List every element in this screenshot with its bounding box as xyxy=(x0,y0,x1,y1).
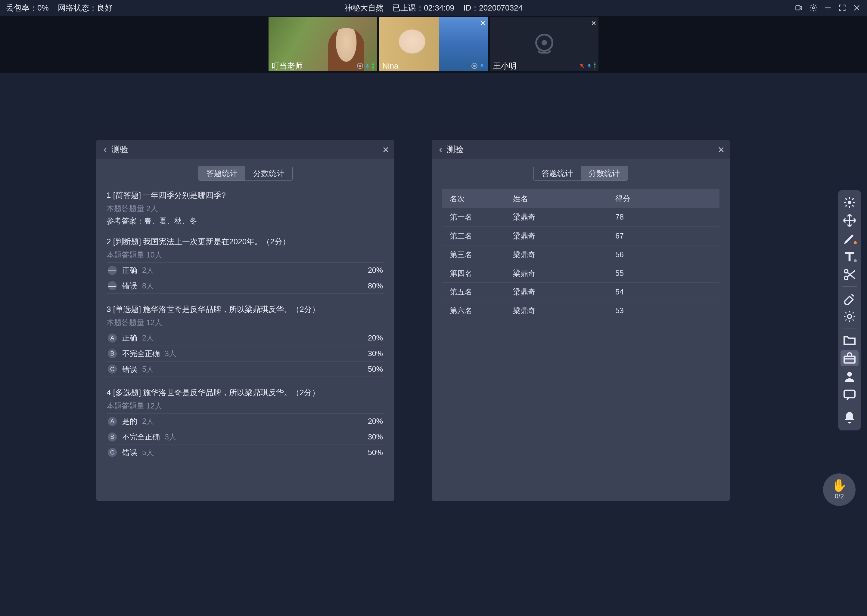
option-count: 8人 xyxy=(142,281,154,291)
settings-icon[interactable] xyxy=(809,4,818,12)
option-percent: 20% xyxy=(368,266,383,275)
option-text: 是的 xyxy=(122,416,137,426)
option-text: 不完全正确 xyxy=(122,349,160,358)
tab-score-stats[interactable]: 分数统计 xyxy=(245,166,292,181)
option-badge: A xyxy=(108,333,117,343)
panel-scroll[interactable]: 答题统计 分数统计 名次 姓名 得分 第一名梁鼎奇78第二名梁鼎奇67第三名梁鼎… xyxy=(432,159,730,501)
bell-icon[interactable] xyxy=(840,410,859,426)
top-right xyxy=(795,4,861,12)
video-tile-student[interactable]: × Nina xyxy=(379,17,488,71)
question-title: 4 [多选题] 施华洛世奇是反华品牌，所以梁鼎琪反华。（2分） xyxy=(107,387,384,399)
option-row: A是的2人20% xyxy=(107,413,384,429)
tile-close-icon[interactable]: × xyxy=(481,18,485,28)
th-name: 姓名 xyxy=(505,189,607,208)
text-tool-icon[interactable] xyxy=(840,248,859,265)
option-percent: 20% xyxy=(368,333,383,342)
cell-rank: 第四名 xyxy=(442,264,505,283)
question-subinfo: 本题答题量 10人 xyxy=(107,250,384,260)
option-badge: — xyxy=(108,281,117,290)
panel-header: ‹ 测验 × xyxy=(432,140,730,159)
stats-tabs: 答题统计 分数统计 xyxy=(107,166,384,181)
option-row: A正确2人20% xyxy=(107,330,384,346)
option-row: C错误5人50% xyxy=(107,361,384,377)
video-tile-student-camoff[interactable]: × 王小明 xyxy=(490,17,599,71)
option-row: B不完全正确3人30% xyxy=(107,346,384,361)
option-text: 错误 xyxy=(122,448,137,457)
table-row: 第二名梁鼎奇67 xyxy=(442,226,719,245)
panel-header: ‹ 测验 × xyxy=(96,140,394,159)
svg-point-13 xyxy=(847,314,852,319)
minimize-icon[interactable] xyxy=(824,4,832,12)
camera-off-icon xyxy=(532,34,556,55)
option-count: 5人 xyxy=(142,448,154,457)
panel-close-icon[interactable]: × xyxy=(718,143,724,156)
th-rank: 名次 xyxy=(442,189,505,208)
option-text: 正确 xyxy=(122,265,137,275)
option-badge: B xyxy=(108,349,117,358)
svg-point-10 xyxy=(849,201,851,204)
tab-answer-stats[interactable]: 答题统计 xyxy=(534,166,581,181)
option-count: 2人 xyxy=(142,416,154,426)
cell-name: 梁鼎奇 xyxy=(505,226,607,245)
th-score: 得分 xyxy=(607,189,719,208)
user-icon[interactable] xyxy=(840,368,859,384)
option-text: 错误 xyxy=(122,281,137,291)
option-badge: C xyxy=(108,448,117,457)
mic-muted-icon xyxy=(579,62,585,69)
option-badge: — xyxy=(108,266,117,275)
mic-indicator xyxy=(357,62,374,69)
panel-scroll[interactable]: 答题统计 分数统计 1 [简答题] 一年四季分别是哪四季?本题答题量 2人参考答… xyxy=(96,159,394,501)
question-block: 4 [多选题] 施华洛世奇是反华品牌，所以梁鼎琪反华。（2分）本题答题量 12人… xyxy=(107,387,384,460)
option-count: 2人 xyxy=(142,333,154,343)
panel-title: 测验 xyxy=(447,144,463,155)
cell-rank: 第一名 xyxy=(442,208,505,226)
folder-icon[interactable] xyxy=(840,332,859,348)
tile-close-icon[interactable]: × xyxy=(591,18,596,28)
back-icon[interactable]: ‹ xyxy=(439,143,443,156)
volume-bars-icon xyxy=(372,63,374,69)
option-row: —错误8人80% xyxy=(107,278,384,294)
top-left: 丢包率：0% 网络状态：良好 xyxy=(6,3,113,13)
tab-answer-stats[interactable]: 答题统计 xyxy=(199,166,245,181)
svg-point-11 xyxy=(845,269,848,273)
chat-icon[interactable] xyxy=(840,386,859,402)
cell-name: 梁鼎奇 xyxy=(505,283,607,301)
option-count: 3人 xyxy=(165,349,177,358)
pen-tool-icon[interactable] xyxy=(840,230,859,247)
toolbox-icon[interactable] xyxy=(840,350,859,366)
class-duration: 已上课：02:34:09 xyxy=(393,3,454,13)
questions-list: 1 [简答题] 一年四季分别是哪四季?本题答题量 2人参考答案：春、夏、秋、冬2… xyxy=(107,189,384,460)
laser-pointer-icon[interactable] xyxy=(840,194,859,211)
eraser-icon[interactable] xyxy=(840,290,859,306)
mic-icon xyxy=(586,62,592,69)
scissors-icon[interactable] xyxy=(840,267,859,283)
fullscreen-icon[interactable] xyxy=(838,4,847,12)
option-percent: 30% xyxy=(368,432,383,441)
option-row: C错误5人50% xyxy=(107,445,384,460)
question-title: 1 [简答题] 一年四季分别是哪四季? xyxy=(107,189,384,201)
back-icon[interactable]: ‹ xyxy=(104,143,107,156)
cell-score: 67 xyxy=(607,226,719,245)
option-text: 不完全正确 xyxy=(122,432,160,442)
cell-name: 梁鼎奇 xyxy=(505,208,607,226)
svg-rect-5 xyxy=(367,64,369,66)
option-badge: B xyxy=(108,432,117,442)
course-title: 神秘大自然 xyxy=(344,3,383,13)
brightness-icon[interactable] xyxy=(840,308,859,325)
camera-toggle-icon[interactable] xyxy=(795,4,803,12)
move-tool-icon[interactable] xyxy=(840,212,859,229)
volume-bars-icon xyxy=(594,63,596,69)
svg-rect-14 xyxy=(844,356,855,363)
close-window-icon[interactable] xyxy=(853,4,861,12)
panel-close-icon[interactable]: × xyxy=(383,143,389,156)
tab-score-stats[interactable]: 分数统计 xyxy=(581,166,628,181)
cell-score: 78 xyxy=(607,208,719,226)
svg-point-15 xyxy=(847,372,852,377)
svg-point-1 xyxy=(812,7,815,9)
cell-score: 53 xyxy=(607,301,719,320)
cell-name: 梁鼎奇 xyxy=(505,264,607,283)
svg-rect-6 xyxy=(481,64,483,66)
cell-score: 54 xyxy=(607,283,719,301)
raise-hand-button[interactable]: ✋ 0/2 xyxy=(823,473,856,506)
video-tile-teacher[interactable]: 叮当老师 xyxy=(268,17,377,71)
